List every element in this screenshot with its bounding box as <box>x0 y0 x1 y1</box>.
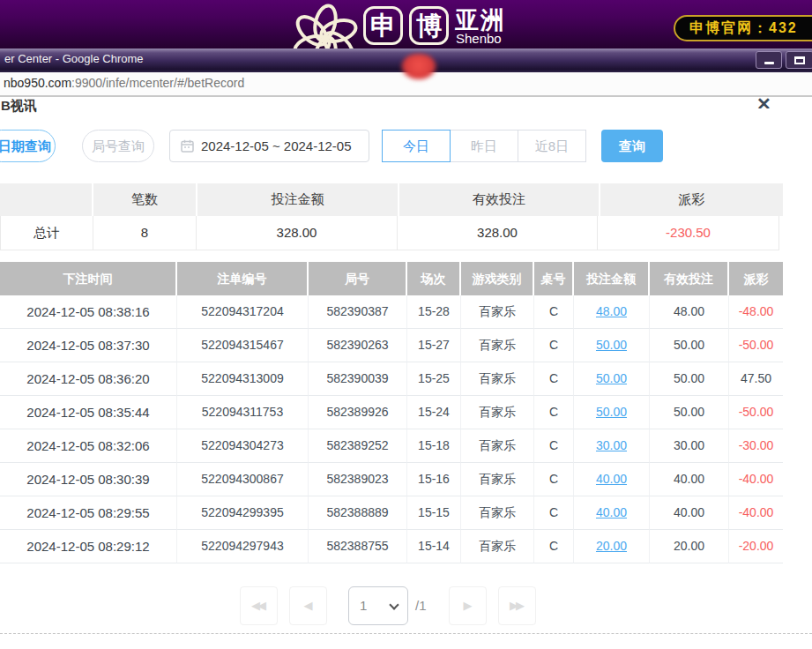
cell-bet-amount: 40.00 <box>574 463 650 496</box>
round-query-tab[interactable]: 局号查询 <box>82 130 154 162</box>
minimize-icon <box>764 62 774 64</box>
cell-order-no: 522094315467 <box>177 329 309 362</box>
minimize-button[interactable] <box>756 51 782 69</box>
cell-payout: -48.00 <box>729 295 783 329</box>
cell-round-no: 582389252 <box>309 429 407 463</box>
bet-amount-link[interactable]: 40.00 <box>596 472 627 486</box>
cell-session: 15-24 <box>407 396 461 429</box>
bet-amount-link[interactable]: 50.00 <box>596 405 627 419</box>
cell-bet-amount: 20.00 <box>574 530 650 563</box>
cell-payout: 47.50 <box>729 362 783 396</box>
summary-payout: -230.50 <box>597 216 779 250</box>
column-header-order-no: 注单编号 <box>177 262 309 295</box>
cell-payout: -50.00 <box>729 396 783 429</box>
table-row: 2024-12-05 08:38:16522094317204582390387… <box>0 295 783 329</box>
cell-bet-time: 2024-12-05 08:35:44 <box>0 396 177 429</box>
column-header-table-no: 桌号 <box>534 262 574 295</box>
summary-column-header: 有效投注 <box>399 183 600 216</box>
cell-session: 15-16 <box>407 463 461 496</box>
bottom-divider <box>0 633 812 634</box>
summary-bet-amount: 328.00 <box>196 216 398 250</box>
cell-round-no: 582390263 <box>309 329 407 362</box>
cell-valid-bet: 50.00 <box>650 396 729 429</box>
column-header-session: 场次 <box>407 262 461 295</box>
bet-amount-link[interactable]: 50.00 <box>596 338 627 352</box>
cell-game-type: 百家乐 <box>461 295 534 329</box>
table-row: 2024-12-05 08:32:06522094304273582389252… <box>0 429 783 463</box>
cell-payout: -40.00 <box>729 463 783 496</box>
logo-char-shen: 申 <box>363 6 403 45</box>
cell-session: 15-28 <box>407 295 461 329</box>
bet-amount-link[interactable]: 30.00 <box>596 438 627 452</box>
cell-bet-amount: 50.00 <box>574 362 650 396</box>
cell-bet-amount: 40.00 <box>574 496 650 530</box>
cell-game-type: 百家乐 <box>461 396 534 429</box>
cell-payout: -50.00 <box>729 329 783 362</box>
cell-game-type: 百家乐 <box>461 362 534 396</box>
cell-round-no: 582390387 <box>309 295 407 329</box>
summary-column-header: 投注金额 <box>197 183 399 216</box>
cell-game-type: 百家乐 <box>461 530 534 563</box>
cell-table-no: C <box>534 362 574 396</box>
cell-order-no: 522094299395 <box>177 496 309 530</box>
cell-round-no: 582390039 <box>309 362 407 396</box>
summary-column-header: 派彩 <box>600 183 783 216</box>
first-page-button[interactable]: ◀◀ <box>240 586 278 625</box>
cell-round-no: 582389926 <box>309 396 407 429</box>
summary-total-row: 总计 8 328.00 328.00 -230.50 <box>0 216 783 250</box>
summary-label: 总计 <box>0 216 93 250</box>
search-button[interactable]: 查询 <box>601 130 663 162</box>
table-row: 2024-12-05 08:37:30522094315467582390263… <box>0 329 783 362</box>
cell-session: 15-18 <box>407 429 461 463</box>
bet-amount-link[interactable]: 40.00 <box>596 505 627 519</box>
today-button[interactable]: 今日 <box>382 130 451 162</box>
cell-valid-bet: 50.00 <box>650 362 729 396</box>
cell-round-no: 582388889 <box>309 496 407 530</box>
cell-order-no: 522094313009 <box>177 362 309 396</box>
column-header-bet-amount: 投注金额 <box>574 262 650 295</box>
bet-record-panel: B视讯 ✕ 日期查询 局号查询 2024-12-05 ~ 2024-12-05 … <box>0 97 812 649</box>
close-icon[interactable]: ✕ <box>756 97 779 108</box>
last8days-button[interactable]: 近8日 <box>518 130 586 162</box>
official-site-badge: 申博官网：432 <box>674 15 812 41</box>
maximize-button[interactable] <box>786 51 812 69</box>
bet-amount-link[interactable]: 20.00 <box>596 539 627 553</box>
next-page-button[interactable]: ▶ <box>449 586 487 625</box>
bet-table: 下注时间注单编号局号场次游戏类别桌号投注金额有效投注派彩 2024-12-05 … <box>0 262 783 563</box>
date-query-tab[interactable]: 日期查询 <box>0 130 56 162</box>
page-select-value: 1 <box>360 598 367 613</box>
page-select[interactable]: 1 <box>348 586 408 625</box>
bet-amount-link[interactable]: 48.00 <box>596 304 627 318</box>
date-range-value: 2024-12-05 ~ 2024-12-05 <box>201 138 352 153</box>
cell-payout: -40.00 <box>729 496 783 530</box>
cell-bet-time: 2024-12-05 08:32:06 <box>0 429 177 463</box>
cell-table-no: C <box>534 295 574 329</box>
cell-table-no: C <box>534 329 574 362</box>
cell-order-no: 522094297943 <box>177 530 309 563</box>
last-page-button[interactable]: ▶▶ <box>498 586 536 625</box>
bet-table-header: 下注时间注单编号局号场次游戏类别桌号投注金额有效投注派彩 <box>0 262 783 295</box>
prev-page-button[interactable]: ◀ <box>289 586 327 625</box>
cell-bet-time: 2024-12-05 08:37:30 <box>0 329 177 362</box>
cell-bet-time: 2024-12-05 08:30:39 <box>0 463 177 496</box>
flower-logo-icon <box>288 2 362 48</box>
date-range-input[interactable]: 2024-12-05 ~ 2024-12-05 <box>169 130 369 162</box>
url-host: nbo950.com <box>4 76 71 90</box>
column-header-valid-bet: 有效投注 <box>650 262 729 295</box>
cell-session: 15-27 <box>407 329 461 362</box>
summary-count: 8 <box>93 216 197 250</box>
table-row: 2024-12-05 08:29:55522094299395582388889… <box>0 496 783 530</box>
cell-round-no: 582389023 <box>309 463 407 496</box>
cell-bet-time: 2024-12-05 08:29:55 <box>0 496 177 530</box>
cell-bet-time: 2024-12-05 08:38:16 <box>0 295 177 329</box>
yesterday-button[interactable]: 昨日 <box>450 130 518 162</box>
calendar-icon <box>181 139 194 153</box>
maximize-icon <box>794 56 805 64</box>
cell-round-no: 582388755 <box>309 530 407 563</box>
cell-bet-time: 2024-12-05 08:36:20 <box>0 362 177 396</box>
cell-table-no: C <box>534 496 574 530</box>
page-total: /1 <box>415 586 427 625</box>
cell-game-type: 百家乐 <box>461 429 534 463</box>
cell-session: 15-15 <box>407 496 461 530</box>
bet-amount-link[interactable]: 50.00 <box>596 371 627 385</box>
